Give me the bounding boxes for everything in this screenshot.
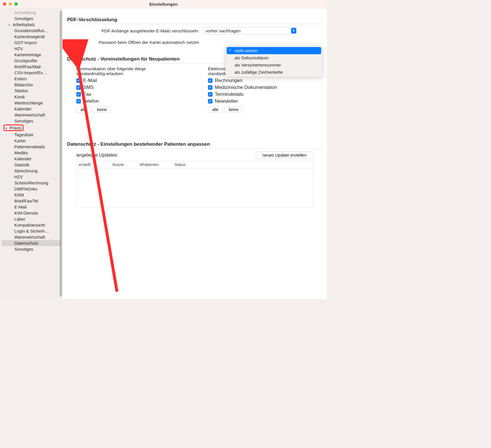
checkbox[interactable]: ✓: [76, 92, 81, 97]
checkbox-row: ✓Termindetails: [208, 91, 322, 97]
dropdown-item[interactable]: als Geburtsdatum: [227, 54, 321, 61]
table-col-nutzer[interactable]: Nutzer: [110, 161, 137, 168]
checkbox-row: ✓Rechnungen: [208, 78, 322, 83]
sidebar-item[interactable]: Kompaktansicht: [2, 222, 61, 228]
section-title-pdf: PDF-Verschlüsselung: [67, 17, 322, 23]
settings-window: Einstellungen Anmeldung Sonstiges ▾Arbei…: [0, 0, 327, 299]
checkbox-label: Newsletter: [215, 98, 238, 104]
dropdown-item[interactable]: ✓nicht setzen: [227, 47, 321, 54]
sidebar-item[interactable]: Labor: [2, 216, 61, 222]
sidebar-item[interactable]: Mediks: [2, 150, 61, 156]
sidebar-item[interactable]: GDT-Import: [2, 40, 61, 46]
form-row-password-auto: Passwort beim Öffnen der Kartei automati…: [67, 38, 322, 46]
sidebar-item[interactable]: Kalender: [2, 156, 61, 162]
btn-all[interactable]: alle: [208, 106, 223, 113]
section-title-existing: Datenschutz - Einstellungen bestehender …: [67, 141, 322, 147]
checkbox-row: ✓Medizinische Dokumentation: [208, 85, 322, 90]
divider: [67, 148, 322, 149]
table-col-patienten[interactable]: #Patienten: [137, 161, 172, 168]
sidebar-item[interactable]: KIM-Dienste: [2, 210, 61, 216]
checkbox[interactable]: ✓: [208, 85, 213, 90]
sidebar-item[interactable]: Sonstiges: [2, 118, 61, 124]
checkbox-label: Fax: [83, 91, 91, 97]
btn-none[interactable]: keine: [225, 106, 243, 113]
checkbox-row: ✓SMS: [76, 85, 191, 90]
sidebar-item[interactable]: E-Mail: [2, 204, 61, 210]
sidebar-item[interactable]: Sonstiges: [2, 246, 61, 252]
settings-content: PDF-Verschlüsselung PDF-Anhänge ausgehen…: [63, 8, 327, 299]
checkbox[interactable]: ✓: [76, 99, 81, 104]
checkbox[interactable]: ✓: [76, 85, 81, 90]
sidebar-item[interactable]: Kartenlesegerät: [2, 34, 61, 40]
sidebar-item[interactable]: Anmeldung: [2, 9, 61, 15]
check-icon: ✓: [229, 48, 232, 52]
select-pdf-encrypt[interactable]: vorher nachfragen ▲▼: [202, 27, 297, 34]
dropdown-menu-password[interactable]: ✓nicht setzenals Geburtsdatumals Versich…: [225, 46, 322, 77]
sidebar-item[interactable]: Bildarchiv: [2, 82, 61, 88]
sidebar-item[interactable]: Brief/Fax/Tel: [2, 198, 61, 204]
checkbox-label: SMS: [83, 85, 94, 90]
btn-new-update[interactable]: neues Update erstellen: [256, 151, 313, 159]
sidebar-item[interactable]: Karteieinträge: [2, 52, 61, 58]
sidebar-item[interactable]: Login & Sicherh…: [2, 228, 61, 234]
col-communication: Kommunikation über folgende Wege standar…: [76, 66, 191, 113]
checkbox[interactable]: ✓: [76, 78, 81, 83]
sidebar-item[interactable]: HZV: [2, 174, 61, 180]
sidebar-item[interactable]: KRM: [2, 192, 61, 198]
window-controls: [0, 2, 18, 6]
divider: [67, 24, 322, 24]
sidebar-item[interactable]: Extern: [2, 76, 61, 82]
settings-sidebar[interactable]: Anmeldung Sonstiges ▾Arbeitsplatz Grunde…: [0, 8, 63, 299]
table-col-erstellt[interactable]: erstellt: [77, 161, 110, 168]
sidebar-item[interactable]: Grundeinstellun…: [2, 28, 61, 34]
sidebar-item[interactable]: Statistik: [2, 162, 61, 168]
annotation-highlight: ▾Praxis: [3, 124, 24, 131]
btn-all[interactable]: alle: [76, 106, 91, 113]
sidebar-item[interactable]: Sonstiges: [2, 15, 61, 22]
sidebar-item[interactable]: Tagesliste: [2, 132, 61, 138]
col-heading: Kommunikation über folgende Wege standar…: [76, 66, 168, 76]
checkbox-label: Termindetails: [215, 91, 243, 97]
chevron-updown-icon: ▲▼: [291, 28, 296, 34]
checkbox-label: Medizinische Dokumentation: [215, 85, 277, 90]
chevron-down-icon: ▾: [9, 23, 12, 27]
checkbox[interactable]: ✓: [208, 78, 213, 83]
checkbox-row: ✓Fax: [76, 91, 191, 97]
sidebar-item[interactable]: Abrechnung: [2, 168, 61, 174]
sidebar-item[interactable]: Kiosk: [2, 94, 61, 100]
minimize-icon[interactable]: [9, 2, 12, 6]
checkbox-label: Rechnungen: [215, 78, 242, 83]
zoom-icon[interactable]: [14, 2, 18, 6]
sidebar-item[interactable]: Druckprofile: [2, 58, 61, 64]
titlebar: Einstellungen: [0, 0, 327, 8]
checkbox-label: Telefon: [83, 98, 99, 104]
form-label: Passwort beim Öffnen der Kartei automati…: [67, 40, 202, 45]
sidebar-item[interactable]: Warteschlange: [2, 100, 61, 106]
sidebar-item[interactable]: Kartei: [2, 138, 61, 144]
sidebar-item[interactable]: Patientendetails: [2, 144, 61, 150]
sidebar-group-arbeitsplatz[interactable]: ▾Arbeitsplatz: [2, 22, 61, 28]
sidebar-item[interactable]: Schein/Rechnung: [2, 180, 61, 186]
checkbox[interactable]: ✓: [208, 92, 213, 97]
sidebar-item[interactable]: Telefon: [2, 88, 61, 94]
dropdown-item[interactable]: als zufällige Zeichenkette: [227, 69, 321, 76]
sidebar-item[interactable]: Kalender: [2, 106, 61, 112]
checkbox[interactable]: ✓: [208, 99, 213, 104]
sidebar-item[interactable]: Warenwirtschaft: [2, 234, 61, 240]
close-icon[interactable]: [3, 2, 6, 6]
dropdown-item[interactable]: als Versichertennummer: [227, 61, 321, 69]
checkbox-row: ✓Telefon: [76, 98, 191, 104]
table-header: erstellt Nutzer #Patienten Status: [77, 161, 313, 168]
checkbox-row: ✓Newsletter: [208, 98, 322, 104]
sidebar-item[interactable]: DMP/eDoku: [2, 186, 61, 192]
sidebar-item[interactable]: HZV: [2, 46, 61, 52]
sidebar-item[interactable]: Brief/Fax/Mail: [2, 64, 61, 70]
sidebar-group-praxis[interactable]: ▾Praxis: [2, 124, 61, 132]
btn-none[interactable]: keine: [93, 106, 111, 113]
table-col-status[interactable]: Status: [172, 161, 313, 168]
sidebar-item[interactable]: CSV-Import/Ex…: [2, 70, 61, 76]
updates-table[interactable]: erstellt Nutzer #Patienten Status: [76, 161, 313, 207]
sidebar-item[interactable]: Datenschutz: [2, 240, 61, 246]
sidebar-item[interactable]: Warenwirtschaft: [2, 112, 61, 118]
form-label: PDF-Anhänge ausgehender E-Mails verschlü…: [67, 28, 202, 33]
